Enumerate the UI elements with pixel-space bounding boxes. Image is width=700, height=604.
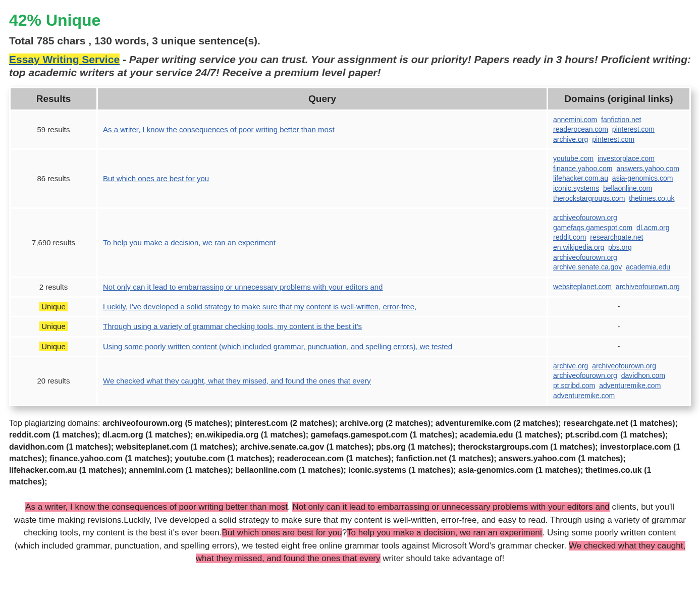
domain-link[interactable]: annemini.com <box>553 116 597 124</box>
query-cell: As a writer, I know the consequences of … <box>98 111 547 149</box>
domains-cell: archiveofourown.org gamefaqs.gamespot.co… <box>548 209 689 277</box>
query-cell: Not only can it lead to embarrassing or … <box>98 278 547 296</box>
domain-link[interactable]: therockstargroups.com <box>553 194 625 202</box>
domain-link[interactable]: pbs.org <box>608 243 632 251</box>
top-domains-body: archiveofourown.org (5 matches); pintere… <box>9 419 680 486</box>
promo-line: Essay Writing Service - Paper writing se… <box>9 53 691 80</box>
domain-link[interactable]: pt.scribd.com <box>553 381 595 390</box>
domain-link[interactable]: bellaonline.com <box>603 184 652 192</box>
table-row: 86 resultsBut which ones are best for yo… <box>11 150 689 207</box>
essay-text: As a writer, I know the consequences of … <box>9 501 691 565</box>
domain-link[interactable]: archiveofourown.org <box>616 283 680 291</box>
domain-link[interactable]: archiveofourown.org <box>553 371 617 379</box>
domain-link[interactable]: fanfiction.net <box>601 116 641 124</box>
domain-link[interactable]: archiveofourown.org <box>553 253 617 261</box>
domain-link[interactable]: gamefaqs.gamespot.com <box>553 224 632 232</box>
domain-link[interactable]: adventuremike.com <box>553 392 615 400</box>
query-cell: To help you make a decision, we ran an e… <box>98 209 547 277</box>
domain-link[interactable]: finance.yahoo.com <box>553 164 613 173</box>
unique-badge: Unique <box>39 342 68 351</box>
domain-link[interactable]: readerocean.com <box>553 125 608 133</box>
domain-link[interactable]: youtube.com <box>553 154 594 162</box>
results-cell: Unique <box>11 317 96 336</box>
table-row: 2 resultsNot only can it lead to embarra… <box>11 278 689 296</box>
query-cell: Using some poorly written content (which… <box>98 338 547 356</box>
table-row: UniqueUsing some poorly written content … <box>11 338 689 356</box>
domain-link[interactable]: academia.edu <box>626 263 670 271</box>
promo-sep: - <box>120 53 129 65</box>
table-row: UniqueLuckily, I've developed a solid st… <box>11 298 689 316</box>
domain-link[interactable]: iconic.systems <box>553 184 599 192</box>
domain-link[interactable]: websiteplanet.com <box>553 283 612 291</box>
results-table: Results Query Domains (original links) 5… <box>9 87 691 407</box>
query-link[interactable]: Luckily, I've developed a solid strategy… <box>103 302 416 311</box>
plagiarized-segment: As a writer, I know the consequences of … <box>25 502 288 512</box>
query-cell: Luckily, I've developed a solid strategy… <box>98 298 547 316</box>
essay-service-link[interactable]: Essay Writing Service <box>9 53 120 65</box>
domain-link[interactable]: dl.acm.org <box>636 224 669 232</box>
domain-link[interactable]: archive.org <box>553 362 588 370</box>
domain-link[interactable]: adventuremike.com <box>599 381 661 390</box>
query-cell: We checked what they caught, what they m… <box>98 357 547 405</box>
domain-link[interactable]: pinterest.com <box>592 135 634 143</box>
domains-cell: - <box>548 317 689 336</box>
stats-line: Total 785 chars , 130 words, 3 unique se… <box>9 35 691 47</box>
results-cell: 7,690 results <box>11 209 96 277</box>
domains-cell: - <box>548 298 689 316</box>
domain-link[interactable]: lifehacker.com.au <box>553 174 608 182</box>
domain-link[interactable]: thetimes.co.uk <box>629 194 674 202</box>
query-cell: Through using a variety of grammar check… <box>98 317 547 336</box>
domain-link[interactable]: en.wikipedia.org <box>553 243 604 251</box>
original-segment: writer should take advantage of! <box>381 554 505 563</box>
top-domains-lead: Top plagiarizing domains: <box>9 419 102 427</box>
col-header-domains: Domains (original links) <box>548 88 689 109</box>
col-header-results: Results <box>11 88 96 109</box>
domains-cell: websiteplanet.com archiveofourown.org <box>548 278 689 296</box>
query-link[interactable]: As a writer, I know the consequences of … <box>103 125 335 134</box>
original-segment: ? <box>342 528 347 537</box>
query-cell: But which ones are best for you <box>98 150 547 207</box>
domains-cell: annemini.com fanfiction.net readerocean.… <box>548 111 689 149</box>
unique-badge: Unique <box>39 321 68 331</box>
uniqueness-heading: 42% Unique <box>9 11 691 30</box>
domains-cell: - <box>548 338 689 356</box>
domain-link[interactable]: reddit.com <box>553 233 586 241</box>
domains-cell: archive.org archiveofourown.org archiveo… <box>548 357 689 405</box>
domain-link[interactable]: researchgate.net <box>590 233 643 241</box>
plagiarized-segment: Not only can it lead to embarrassing or … <box>292 502 609 512</box>
results-cell: 59 results <box>11 111 96 149</box>
results-cell: 20 results <box>11 357 96 405</box>
domain-link[interactable]: archive.senate.ca.gov <box>553 263 622 271</box>
query-link[interactable]: But which ones are best for you <box>103 174 209 183</box>
domain-link[interactable]: davidhon.com <box>621 371 665 379</box>
plagiarized-segment: To help you make a decision, we ran an e… <box>347 528 542 537</box>
query-link[interactable]: Through using a variety of grammar check… <box>103 322 362 331</box>
results-cell: 86 results <box>11 150 96 207</box>
table-row: 59 resultsAs a writer, I know the conseq… <box>11 111 689 149</box>
query-link[interactable]: Using some poorly written content (which… <box>103 342 452 351</box>
query-link[interactable]: Not only can it lead to embarrassing or … <box>103 283 383 291</box>
table-row: UniqueThrough using a variety of grammar… <box>11 317 689 336</box>
top-domains-summary: Top plagiarizing domains: archiveofourow… <box>9 417 691 487</box>
unique-badge: Unique <box>39 302 68 311</box>
domain-link[interactable]: archive.org <box>553 135 588 143</box>
results-cell: Unique <box>11 338 96 356</box>
plagiarized-segment: But which ones are best for you <box>222 528 342 537</box>
domain-link[interactable]: archiveofourown.org <box>553 213 617 222</box>
domain-link[interactable]: asia-genomics.com <box>612 174 673 182</box>
col-header-query: Query <box>98 88 547 109</box>
domain-link[interactable]: answers.yahoo.com <box>616 164 679 173</box>
query-link[interactable]: We checked what they caught, what they m… <box>103 376 371 385</box>
domain-link[interactable]: archiveofourown.org <box>592 362 656 370</box>
domain-link[interactable]: investorplace.com <box>598 154 655 162</box>
results-cell: 2 results <box>11 278 96 296</box>
table-row: 7,690 resultsTo help you make a decision… <box>11 209 689 277</box>
results-cell: Unique <box>11 298 96 316</box>
query-link[interactable]: To help you make a decision, we ran an e… <box>103 238 276 247</box>
table-row: 20 resultsWe checked what they caught, w… <box>11 357 689 405</box>
domains-cell: youtube.com investorplace.com finance.ya… <box>548 150 689 207</box>
domain-link[interactable]: pinterest.com <box>612 125 655 133</box>
